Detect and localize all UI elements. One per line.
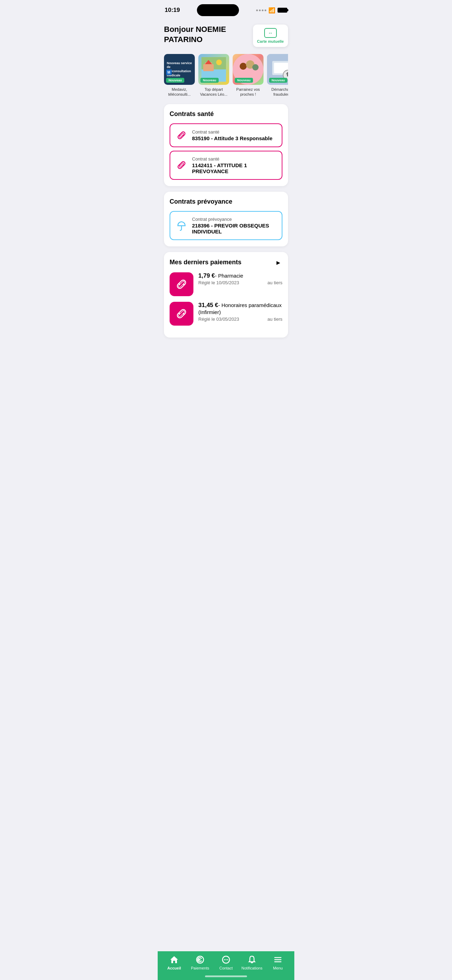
contract-prevoyance-icon-1 <box>175 219 188 232</box>
news-img-vacances: Nouveau <box>198 54 229 85</box>
contract-sante-info-1: Contrat santé 835190 - Attitude 3 Respon… <box>192 129 272 141</box>
news-item-parrainez[interactable]: Nouveau Parrainez vos proches ! <box>232 54 264 97</box>
contract-sante-2[interactable]: Contrat santé 1142411 - ATTITUDE 1 PREVO… <box>170 151 282 180</box>
payment-tiers-1: au tiers <box>267 280 282 285</box>
contract-sante-icon-1 <box>175 129 188 142</box>
svg-point-9 <box>252 64 259 70</box>
news-title-demarchage: Démarchage frauduleux <box>267 87 288 97</box>
news-img-demarchage: Nouveau <box>267 54 288 85</box>
payment-date-row-2: Réglé le 03/05/2023 au tiers <box>198 317 282 322</box>
umbrella-icon-blue <box>175 219 188 232</box>
contract-number-1: 835190 - Attitude 3 Responsable <box>192 135 272 141</box>
contract-sante-icon-2 <box>175 159 188 172</box>
news-item-medaviz[interactable]: Nouveau service de téléconsultation médi… <box>164 54 195 97</box>
nav-accueil[interactable]: Accueil <box>164 955 185 970</box>
news-title-vacances: Top départ Vacances Léo... <box>198 87 229 97</box>
contract-sante-1[interactable]: Contrat santé 835190 - Attitude 3 Respon… <box>170 123 282 147</box>
payment-amount-1: 1,79 €- Pharmacie <box>198 272 282 279</box>
svg-point-31 <box>179 313 180 314</box>
payment-bandage-icon-2 <box>175 307 188 320</box>
euro-icon <box>195 955 205 964</box>
status-time: 10:19 <box>165 7 180 14</box>
news-item-demarchage[interactable]: Nouveau Démarchage frauduleux <box>267 54 288 97</box>
nav-notifications-label: Notifications <box>242 966 263 970</box>
contract-type-1: Contrat santé <box>192 129 272 135</box>
news-badge-vacances: Nouveau <box>201 78 219 83</box>
payment-amount-2: 31,45 €- Honoraires paramédicaux (Infirm… <box>198 302 282 316</box>
payment-date-row-1: Réglé le 10/05/2023 au tiers <box>198 280 282 285</box>
news-title-parrainez: Parrainez vos proches ! <box>232 87 264 97</box>
svg-point-18 <box>180 135 180 136</box>
menu-icon <box>273 955 283 964</box>
nav-contact-label: Contact <box>220 966 232 970</box>
contrats-sante-title: Contrats santé <box>170 110 282 118</box>
svg-rect-29 <box>176 309 187 319</box>
contract-type-2: Contrat santé <box>192 156 277 162</box>
svg-point-2 <box>216 60 222 65</box>
news-carousel: Nouveau service de téléconsultation médi… <box>164 54 288 97</box>
svg-rect-15 <box>287 72 288 76</box>
payment-details-1: 1,79 €- Pharmacie Réglé le 10/05/2023 au… <box>198 272 282 285</box>
nav-contact[interactable]: Contact <box>215 955 237 970</box>
svg-point-32 <box>183 313 184 314</box>
paiements-section: Mes derniers paiements ▶ 1,79 €- Pharmac… <box>164 252 288 337</box>
carte-mutuelle-icon <box>264 28 277 38</box>
status-icons: 📶 <box>256 7 287 14</box>
news-badge-demarchage: Nouveau <box>269 78 287 83</box>
payment-bandage-icon-1 <box>175 278 188 291</box>
svg-rect-25 <box>176 279 187 290</box>
payment-icon-2 <box>170 302 193 326</box>
nav-menu-label: Menu <box>273 966 283 970</box>
svg-point-23 <box>183 165 184 166</box>
swipe-indicator <box>205 975 247 977</box>
nav-accueil-label: Accueil <box>167 966 181 970</box>
bell-icon <box>247 955 257 964</box>
payment-details-2: 31,45 €- Honoraires paramédicaux (Infirm… <box>198 302 282 322</box>
contract-prevoyance-number-1: 218396 - PREVOIR OBSEQUES INDIVIDUEL <box>192 223 277 234</box>
contact-icon <box>221 955 231 964</box>
bandage-icon-pink-2 <box>175 159 188 171</box>
paiements-arrow[interactable]: ▶ <box>274 258 282 267</box>
svg-point-28 <box>183 283 184 285</box>
nav-paiements[interactable]: Paiements <box>189 955 210 970</box>
payment-date-2: Réglé le 03/05/2023 <box>198 317 239 322</box>
payment-icon-1 <box>170 272 193 296</box>
svg-point-40 <box>227 959 228 960</box>
payment-tiers-2: au tiers <box>267 317 282 322</box>
svg-point-7 <box>240 63 247 70</box>
medaviz-m-logo: M <box>166 69 172 75</box>
carte-mutuelle-button[interactable]: Carte mutuelle <box>253 24 288 47</box>
payment-item-2: 31,45 €- Honoraires paramédicaux (Infirm… <box>170 302 282 326</box>
payment-date-1: Réglé le 10/05/2023 <box>198 280 239 285</box>
paiements-header: Mes derniers paiements ▶ <box>170 258 282 267</box>
nav-menu[interactable]: Menu <box>267 955 288 970</box>
svg-point-27 <box>179 283 180 285</box>
dynamic-island <box>197 4 239 16</box>
svg-point-38 <box>224 959 225 960</box>
svg-point-19 <box>183 135 184 136</box>
status-bar: 10:19 📶 <box>158 0 294 19</box>
nav-notifications[interactable]: Notifications <box>242 955 263 970</box>
news-item-vacances[interactable]: Nouveau Top départ Vacances Léo... <box>198 54 229 97</box>
nav-paiements-label: Paiements <box>191 966 209 970</box>
greeting-text: Bonjour NOEMIE PATARINO <box>164 24 253 45</box>
contrats-prevoyance-section: Contrats prévoyance Contrat prévoyance 2… <box>164 192 288 247</box>
main-content: Bonjour NOEMIE PATARINO Carte mutuelle N… <box>158 19 294 378</box>
svg-marker-33 <box>170 956 178 963</box>
bandage-icon-pink <box>175 129 188 141</box>
payment-item-1: 1,79 €- Pharmacie Réglé le 10/05/2023 au… <box>170 272 282 296</box>
contract-sante-info-2: Contrat santé 1142411 - ATTITUDE 1 PREVO… <box>192 156 277 174</box>
signal-dots-icon <box>256 10 266 11</box>
wifi-icon: 📶 <box>268 7 275 14</box>
news-title-medaviz: Medaviz, téléconsulti... <box>164 87 195 97</box>
carte-mutuelle-label: Carte mutuelle <box>257 39 284 43</box>
home-icon <box>169 955 179 964</box>
contract-number-2: 1142411 - ATTITUDE 1 PREVOYANCE <box>192 162 277 174</box>
svg-rect-20 <box>177 161 186 169</box>
news-badge-medaviz: Nouveau <box>166 78 184 83</box>
contract-prevoyance-type-1: Contrat prévoyance <box>192 216 277 222</box>
news-img-parrainez: Nouveau <box>232 54 264 85</box>
contract-prevoyance-info-1: Contrat prévoyance 218396 - PREVOIR OBSE… <box>192 216 277 234</box>
contract-prevoyance-1[interactable]: Contrat prévoyance 218396 - PREVOIR OBSE… <box>170 211 282 240</box>
contrats-sante-section: Contrats santé Contrat santé 835190 - At… <box>164 104 288 186</box>
